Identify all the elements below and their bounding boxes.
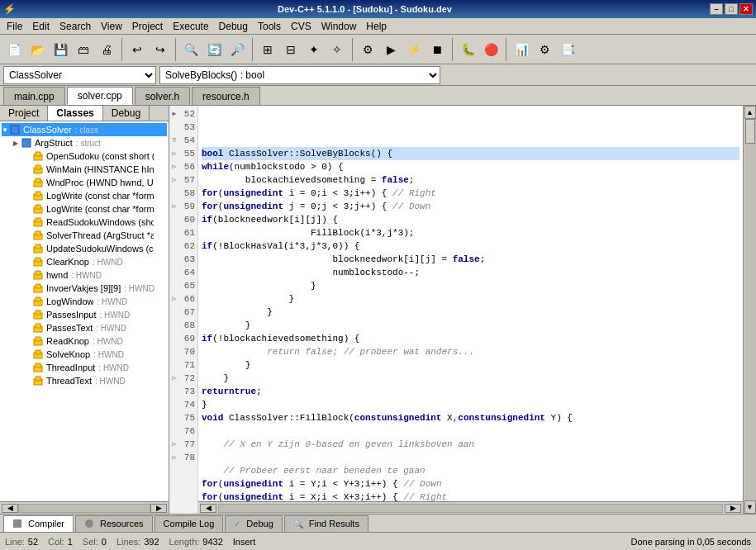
stop-button[interactable]: ⏹	[426, 39, 448, 60]
tree-item-solveknop[interactable]: SolveKnop : HWND	[2, 348, 167, 361]
bottom-tab-find-results[interactable]: 🔍Find Results	[284, 515, 368, 532]
compile-button[interactable]: ⚙	[357, 39, 378, 60]
menu-window[interactable]: Window	[316, 19, 362, 34]
tree-item-threadtext[interactable]: ThreadText : HWND	[2, 374, 167, 387]
save-all-button[interactable]: 🗃	[73, 39, 94, 60]
tree-item-passesinput[interactable]: PassesInput : HWND	[2, 308, 167, 321]
menu-help[interactable]: Help	[361, 19, 392, 34]
tree-item-wndproc[interactable]: WndProc (HWND hwnd, UINT...	[2, 176, 167, 189]
code-line-71: }	[202, 398, 739, 411]
print-button[interactable]: 🖨	[96, 39, 117, 60]
menu-tools[interactable]: Tools	[253, 19, 286, 34]
vscroll-up[interactable]: ▲	[744, 106, 756, 119]
title-bar-icon: ⚡	[3, 3, 20, 15]
menu-file[interactable]: File	[2, 19, 27, 34]
tree-item-opensudoku[interactable]: OpenSudoku (const short (*a...	[2, 149, 167, 163]
vscroll-track[interactable]	[744, 119, 756, 500]
bottom-tab-resources[interactable]: Resources	[75, 515, 153, 532]
settings-button[interactable]: ⚙	[534, 39, 555, 60]
right-scrollbar[interactable]: ▲ ▼	[743, 106, 756, 514]
left-tab-project[interactable]: Project	[0, 106, 48, 121]
line-number-62: 62	[179, 239, 197, 253]
line-indicator-54: ▽	[169, 134, 179, 147]
tree-item-winmain[interactable]: WinMain (HINSTANCE hInstar...	[2, 163, 167, 176]
tab-resourceh[interactable]: resource.h	[192, 87, 260, 105]
run-button[interactable]: ▶	[380, 39, 402, 60]
tree-item-clearknop[interactable]: ClearKnop : HWND	[2, 255, 167, 268]
tree-item-readknop[interactable]: ReadKnop : HWND	[2, 334, 167, 348]
code-scroll-right[interactable]: ▶	[725, 504, 741, 513]
find-button[interactable]: 🔍	[180, 39, 202, 60]
tab-maincpp[interactable]: main.cpp	[3, 87, 65, 105]
maximize-button[interactable]: □	[725, 3, 738, 15]
compile-run-button[interactable]: ⚡	[403, 39, 425, 60]
menu-execute[interactable]: Execute	[168, 19, 213, 34]
left-tab-classes[interactable]: Classes	[48, 106, 102, 121]
unindent-button[interactable]: ⊟	[280, 39, 302, 60]
menu-view[interactable]: View	[96, 19, 127, 34]
tree-item-invoervakjes[interactable]: InvoerVakjes [9][9] : HWND	[2, 282, 167, 295]
tree-item-logwrite1[interactable]: LogWrite (const char *forma...	[2, 189, 167, 202]
scroll-left-btn[interactable]: ◀	[2, 504, 18, 513]
tree-item-hwnd[interactable]: hwnd : HWND	[2, 268, 167, 282]
class-tree[interactable]: ▼ClassSolver : class▶ArgStruct : structO…	[0, 121, 169, 501]
undo-button[interactable]: ↩	[126, 39, 148, 60]
code-line-58: FillBlock(i*3,j*3);	[202, 226, 739, 239]
comment-button[interactable]: ✦	[303, 39, 325, 60]
save-button[interactable]: 💾	[50, 39, 71, 60]
bottom-tab-compile-log[interactable]: Compile Log	[155, 515, 224, 532]
tree-item-readsudokuwindows[interactable]: ReadSudokuWindows (sho...	[2, 216, 167, 229]
menu-cvs[interactable]: CVS	[286, 19, 316, 34]
class-selector[interactable]: ClassSolver	[3, 66, 156, 84]
tree-item-solverthread[interactable]: SolverThread (ArgStruct *a...	[2, 229, 167, 242]
redo-button[interactable]: ↪	[150, 39, 171, 60]
vscroll-thumb[interactable]	[745, 119, 755, 144]
tree-item-logwindow[interactable]: LogWindow : HWND	[2, 295, 167, 308]
find3-button[interactable]: 🔎	[226, 39, 248, 60]
status-message: Done parsing in 0,05 seconds	[630, 537, 751, 547]
bottom-tab-compiler[interactable]: Compiler	[3, 515, 74, 532]
debug-button[interactable]: 🐛	[457, 39, 478, 60]
vscroll-down[interactable]: ▼	[744, 500, 756, 514]
left-tab-debug[interactable]: Debug	[103, 106, 150, 121]
code-line-56: for(unsigned int j = 0;j < 3;j++) { // D…	[202, 200, 739, 213]
new-button[interactable]: 📄	[3, 39, 25, 60]
status-length: Length: 9432	[169, 537, 223, 547]
tree-item-updatesudokuwindows[interactable]: UpdateSudokuWindows (c...	[2, 242, 167, 255]
menu-debug[interactable]: Debug	[214, 19, 253, 34]
main-content: ProjectClassesDebug ▼ClassSolver : class…	[0, 106, 756, 514]
code-scroll-track[interactable]	[218, 504, 723, 513]
line-indicator-57: ▷	[169, 173, 179, 187]
breakpoint-button[interactable]: 🔴	[480, 39, 502, 60]
scroll-track[interactable]	[18, 504, 150, 513]
expand-icon-argstruct[interactable]: ▶	[13, 140, 21, 147]
tree-item-threadinput[interactable]: ThreadInput : HWND	[2, 361, 167, 374]
profile-button[interactable]: 📊	[511, 39, 532, 60]
left-hscroll[interactable]: ◀ ▶	[0, 501, 169, 514]
menu-search[interactable]: Search	[55, 19, 96, 34]
menu-project[interactable]: Project	[127, 19, 168, 34]
replace-button[interactable]: 🔄	[203, 39, 225, 60]
code-area[interactable]: bool ClassSolver::SolveByBlocks() { whil…	[198, 106, 743, 501]
item-type-passesinput: : HWND	[100, 311, 131, 320]
tree-item-classsolver[interactable]: ▼ClassSolver : class	[2, 123, 167, 136]
method-selector[interactable]: SolveByBlocks() : bool	[159, 66, 440, 84]
uncomment-button[interactable]: ✧	[326, 39, 348, 60]
code-hscroll[interactable]: ◀ ▶	[198, 501, 743, 514]
open-button[interactable]: 📂	[26, 39, 48, 60]
code-scroll-left[interactable]: ◀	[200, 504, 216, 513]
bottom-tab-debug[interactable]: ✓Debug	[225, 515, 282, 532]
tree-item-passestext[interactable]: PassesText : HWND	[2, 321, 167, 334]
menu-edit[interactable]: Edit	[27, 19, 55, 34]
close-button[interactable]: ✕	[739, 3, 753, 15]
line-number-58: 58	[179, 187, 197, 200]
scroll-right-btn[interactable]: ▶	[150, 504, 167, 513]
expand-icon-classsolver[interactable]: ▼	[2, 126, 10, 134]
indent-button[interactable]: ⊞	[257, 39, 278, 60]
tree-item-argstruct[interactable]: ▶ArgStruct : struct	[2, 136, 167, 149]
tree-item-logwrite2[interactable]: LogWrite (const char *forma...	[2, 202, 167, 216]
minimize-button[interactable]: –	[710, 3, 723, 15]
tab-solvercpp[interactable]: solver.cpp	[67, 87, 133, 105]
bookmarks-button[interactable]: 📑	[557, 39, 578, 60]
tab-solverh[interactable]: solver.h	[135, 87, 190, 105]
